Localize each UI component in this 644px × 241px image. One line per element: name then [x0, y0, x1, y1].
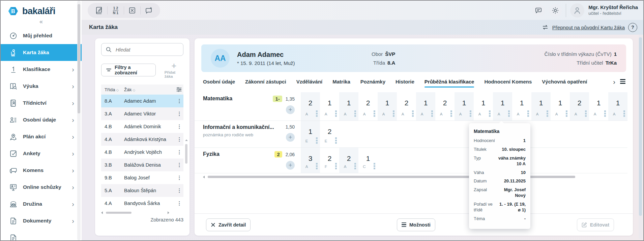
grade-menu-icon[interactable]	[354, 110, 356, 112]
help-button[interactable]: ?	[628, 23, 637, 32]
edit-button[interactable]: Editovat	[577, 218, 614, 231]
student-list-hscrollbar[interactable]	[101, 211, 183, 214]
student-row-baloun-stepan[interactable]: 5.ABaloun Štěpán⋮	[101, 184, 183, 197]
tab-vzdelavani[interactable]: Vzdělávání	[296, 79, 323, 88]
student-row-adamkova-kristyna[interactable]: 4.AAdámková Kristýna⋮	[101, 133, 183, 146]
close-detail-button[interactable]: Zavřít detail	[206, 218, 251, 231]
grade-cell[interactable]: 1A	[551, 92, 570, 120]
search-box[interactable]	[101, 43, 183, 56]
grade-menu-icon[interactable]	[374, 110, 375, 112]
tab-matrika[interactable]: Matrika	[332, 79, 350, 88]
filters-button[interactable]: Filtry a zobrazení	[101, 64, 156, 76]
grade-cell[interactable]: 2A	[435, 92, 455, 120]
scroll-up-icon[interactable]	[185, 139, 188, 141]
grade-menu-icon[interactable]	[547, 110, 548, 112]
new-message-button[interactable]	[141, 3, 157, 18]
sidebar-item-ankety[interactable]: Ankety›	[1, 145, 82, 162]
grade-menu-icon[interactable]	[335, 137, 337, 139]
sidebar-item-dokumenty[interactable]: Dokumenty›	[1, 212, 82, 229]
window-vscroll-thumb[interactable]	[639, 37, 642, 216]
sidebar-collapse-button[interactable]: «	[1, 18, 82, 27]
grade-menu-icon[interactable]	[393, 110, 394, 112]
grades-hscrollbar[interactable]	[203, 175, 617, 179]
student-row-andrysek-vojtech[interactable]: 4.BAndrýsek Vojtěch⋮	[101, 146, 183, 159]
row-menu-icon[interactable]: ⋮	[176, 124, 183, 130]
row-menu-icon[interactable]: ⋮	[176, 187, 183, 194]
grade-cell[interactable]: 1A	[378, 92, 397, 120]
switch-original-card-link[interactable]: Přepnout na původní Kartu žáka	[552, 25, 625, 30]
sidebar-item-vyuka[interactable]: Výuka›	[1, 78, 82, 95]
grade-cell[interactable]: 1A	[339, 92, 358, 120]
grade-cell[interactable]: 2A	[339, 148, 358, 173]
grade-menu-icon[interactable]	[335, 110, 337, 112]
absence-button[interactable]	[124, 3, 140, 18]
add-grade-button[interactable]: +	[286, 105, 295, 114]
grade-cell[interactable]: 1A	[493, 92, 512, 120]
grade-menu-icon[interactable]	[623, 110, 625, 112]
grade-menu-icon[interactable]	[489, 110, 491, 112]
window-vscrollbar[interactable]	[639, 35, 642, 239]
row-menu-icon[interactable]: ⋮	[176, 149, 183, 155]
add-grade-button[interactable]: +	[286, 133, 295, 142]
sidebar-item-komens[interactable]: Komens›	[1, 162, 82, 179]
student-row-adamec-viktor[interactable]: 3.AAdamec Viktor⋮	[101, 107, 183, 120]
row-menu-icon[interactable]: ⋮	[176, 200, 183, 206]
sidebar-scrollbar-thumb[interactable]	[78, 4, 80, 113]
tab-historie[interactable]: Historie	[396, 79, 414, 88]
scroll-right-icon[interactable]	[168, 211, 169, 214]
tab-prubezna-klasifikace[interactable]: Průběžná klasifikace	[425, 79, 474, 88]
grade-menu-icon[interactable]	[316, 163, 318, 165]
grade-cell[interactable]: 1A	[531, 92, 551, 120]
grade-menu-icon[interactable]	[412, 110, 414, 112]
grade-cell[interactable]: 1A	[608, 92, 627, 120]
sidebar-item-partial[interactable]	[1, 229, 82, 241]
grade-cell[interactable]: 1A	[455, 92, 474, 120]
grade-cell[interactable]: 1A	[320, 92, 339, 120]
grade-cell[interactable]: 1A	[416, 92, 435, 120]
row-menu-icon[interactable]: ⋮	[176, 98, 183, 104]
user-info[interactable]: Mgr. Kryštof Řeřicha učitel - ředitelstv…	[588, 4, 638, 16]
sidebar-scrollbar[interactable]	[77, 1, 81, 240]
column-header-student[interactable]: Žák◇	[124, 87, 135, 92]
row-menu-icon[interactable]: ⋮	[176, 162, 183, 168]
grades-button[interactable]: 1 2 N 1	[108, 3, 124, 18]
tab-osobni-udaje[interactable]: Osobní údaje	[203, 79, 235, 88]
column-settings-icon[interactable]	[176, 87, 182, 92]
sidebar-item-plan-akci[interactable]: Plán akcí›	[1, 128, 82, 145]
row-menu-icon[interactable]: ⋮	[176, 111, 183, 117]
user-avatar[interactable]	[570, 3, 584, 18]
sidebar-item-online-schuzky[interactable]: Online schůzky›	[1, 179, 82, 196]
tabs-menu-icon[interactable]	[620, 79, 625, 84]
grade-cell[interactable]: 2F	[320, 148, 339, 173]
grade-menu-icon[interactable]	[566, 110, 567, 112]
grade-menu-icon[interactable]	[604, 110, 606, 112]
settings-button[interactable]	[549, 4, 562, 17]
sidebar-item-karta-zaka[interactable]: Karta žáka	[1, 44, 82, 61]
sidebar-item-klasifikace[interactable]: Klasifikace›	[1, 61, 82, 78]
grade-cell[interactable]: 1A	[512, 92, 531, 120]
class-register-button[interactable]	[91, 3, 107, 18]
tab-hodnoceni-komens[interactable]: Hodnocení Komens	[484, 79, 532, 88]
grade-cell[interactable]: 1A	[589, 92, 608, 120]
tab-poznamky[interactable]: Poznámky	[360, 79, 385, 88]
grade-cell[interactable]: 2A	[570, 92, 589, 120]
messages-button[interactable]	[532, 4, 545, 17]
row-menu-icon[interactable]: ⋮	[176, 136, 183, 142]
scroll-left-icon[interactable]	[203, 176, 205, 178]
grade-menu-icon[interactable]	[431, 110, 433, 112]
grade-menu-icon[interactable]	[316, 137, 318, 139]
tab-vychovna-opatreni[interactable]: Výchovná opatření	[542, 79, 587, 88]
add-student-button[interactable]: + Přidat žáka	[165, 61, 183, 78]
grade-menu-icon[interactable]	[527, 110, 529, 112]
vscroll-thumb[interactable]	[185, 144, 187, 164]
brand[interactable]: B bakaláři	[1, 1, 82, 18]
grade-cell[interactable]: 1E	[301, 121, 320, 147]
grade-cell[interactable]: 3A	[301, 148, 320, 173]
tabs-overflow-chevron-icon[interactable]: ›	[613, 78, 615, 86]
grade-menu-icon[interactable]	[335, 163, 337, 165]
grade-menu-icon[interactable]	[374, 163, 375, 165]
tab-zakonni-zastupci[interactable]: Zákonní zástupci	[245, 79, 286, 88]
column-header-class[interactable]: Třída◇	[105, 87, 124, 92]
hscroll-thumb[interactable]	[106, 212, 131, 214]
grade-cell[interactable]: 2E	[320, 121, 339, 147]
